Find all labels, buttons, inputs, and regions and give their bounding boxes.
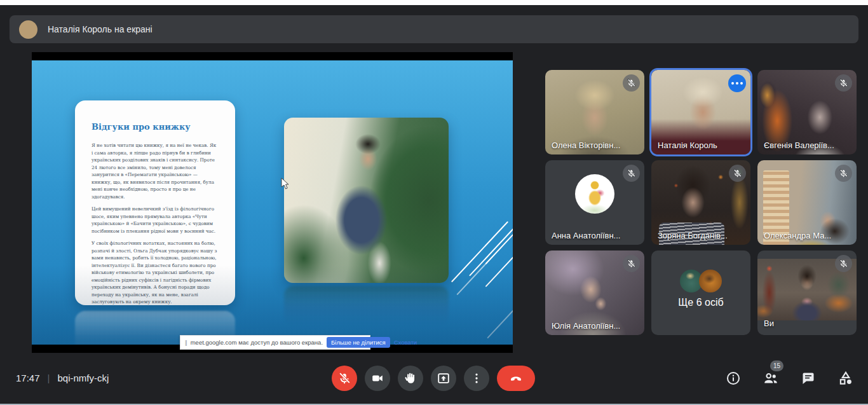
drag-handle-icon[interactable]: || xyxy=(185,340,187,346)
slide-paragraph: У своїх філологічних нотатках, настояних… xyxy=(92,240,219,305)
meeting-code: bqi-nmfy-ckj xyxy=(57,373,109,383)
participant-tile[interactable]: Олександра Ма... xyxy=(757,160,857,245)
participants-button[interactable]: 15 xyxy=(760,367,782,389)
participants-grid: Олена Вікторівн...Наталія КорольЄвгенія … xyxy=(545,70,857,335)
participant-tile[interactable]: Анна Анатоліївн... xyxy=(545,160,644,245)
participant-name: Анна Анатоліївн... xyxy=(552,231,620,240)
overflow-avatar xyxy=(699,270,722,292)
tile-more-options-button[interactable] xyxy=(728,74,746,92)
activities-icon xyxy=(837,370,854,387)
participant-name: Ви xyxy=(764,319,774,328)
camera-icon xyxy=(370,371,384,385)
end-call-button[interactable] xyxy=(497,366,535,391)
mic-muted-icon xyxy=(835,165,852,182)
mic-muted-icon xyxy=(729,165,746,182)
photo-reflection xyxy=(284,286,449,326)
participant-name: Наталія Король xyxy=(658,141,717,150)
chat-icon xyxy=(801,371,816,386)
mic-muted-icon xyxy=(835,255,852,272)
slide-text-card: Відгуки про книжку Я не хотів читати цю … xyxy=(75,100,235,305)
screen-share-notification: || meet.google.com має доступ до вашого … xyxy=(180,335,370,350)
overflow-label: Ще 6 осіб xyxy=(651,297,750,308)
participant-tile[interactable]: Наталія Король xyxy=(651,70,750,154)
tile-self[interactable]: Ви xyxy=(757,251,857,335)
mouse-cursor xyxy=(281,177,290,190)
present-screen-button[interactable] xyxy=(431,366,456,391)
separator: | xyxy=(48,373,50,383)
slide-paragraphs: Я не хотів читати цю книжку, я на неї не… xyxy=(92,142,219,305)
mic-muted-icon xyxy=(835,74,852,92)
decor-line xyxy=(451,221,508,282)
winnie-the-pooh-avatar xyxy=(575,174,614,214)
participant-tile[interactable]: Олена Вікторівн... xyxy=(545,70,644,154)
camera-button[interactable] xyxy=(365,366,390,391)
participant-name: Зоряна Богданів... xyxy=(658,231,728,240)
right-panel-controls: 15 xyxy=(722,367,857,389)
participant-tile[interactable]: Зоряна Богданів... xyxy=(651,160,750,245)
participant-name: Олександра Ма... xyxy=(764,231,831,240)
participant-name: Євгенія Валеріїв... xyxy=(764,141,834,150)
decor-line xyxy=(487,282,513,338)
meeting-info: 17:47 | bqi-nmfy-ckj xyxy=(16,373,109,383)
presentation-slide: Відгуки про книжку Я не хотів читати цю … xyxy=(32,60,513,345)
more-options-icon xyxy=(470,371,484,385)
participant-tile[interactable]: Євгенія Валеріїв... xyxy=(757,70,857,154)
participant-name: Олена Вікторівн... xyxy=(552,141,620,150)
participants-count-badge: 15 xyxy=(770,360,783,371)
stop-sharing-button[interactable]: Більше не ділитися xyxy=(327,337,390,348)
presenting-banner-text: Наталія Король на екрані xyxy=(48,24,153,34)
activities-button[interactable] xyxy=(835,367,857,389)
tile-overflow[interactable]: Ще 6 осіб xyxy=(651,251,750,335)
meeting-details-button[interactable] xyxy=(722,367,744,389)
decor-line xyxy=(485,244,513,287)
chat-button[interactable] xyxy=(797,367,819,389)
decor-line xyxy=(456,262,487,296)
raise-hand-icon xyxy=(403,371,417,385)
mic-muted-icon xyxy=(623,74,640,92)
author-photo xyxy=(284,118,449,283)
end-call-icon xyxy=(508,371,524,386)
presenter-avatar xyxy=(19,20,37,39)
shared-screen: Відгуки про книжку Я не хотів читати цю … xyxy=(32,52,513,353)
mic-off-button[interactable] xyxy=(332,366,357,391)
clock: 17:47 xyxy=(16,373,40,383)
mic-off-icon xyxy=(337,371,351,385)
raise-hand-button[interactable] xyxy=(398,366,423,391)
hide-notification-link[interactable]: Сховати xyxy=(394,339,417,346)
slide-title: Відгуки про книжку xyxy=(92,122,219,132)
presenting-banner: Наталія Король на екрані xyxy=(10,15,858,43)
slide-paragraph: Я не хотів читати цю книжку, я на неї не… xyxy=(92,142,219,200)
meet-window: Наталія Король на екрані Відгуки про кни… xyxy=(0,0,868,405)
mic-muted-icon xyxy=(623,165,640,182)
slide-paragraph: Цей вимушений невеличкий з’їзд із філоло… xyxy=(92,205,219,235)
overflow-avatars xyxy=(680,270,722,292)
mic-muted-icon xyxy=(623,255,640,272)
present-screen-icon xyxy=(437,371,451,385)
participant-name: Юлія Анатоліївн... xyxy=(552,321,620,331)
people-icon xyxy=(763,370,779,387)
participant-tile[interactable]: Юлія Анатоліївн... xyxy=(545,251,644,335)
share-notification-message: meet.google.com має доступ до вашого екр… xyxy=(191,339,323,346)
info-icon xyxy=(726,371,741,386)
call-controls xyxy=(332,366,535,391)
window-top-edge xyxy=(0,0,868,5)
more-options-button[interactable] xyxy=(464,366,489,391)
